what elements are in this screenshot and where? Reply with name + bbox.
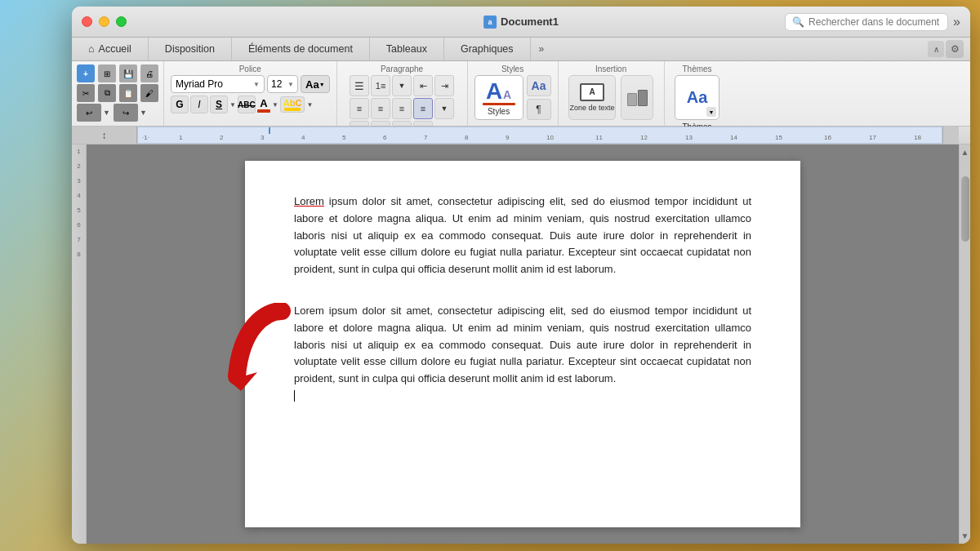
numbered-list-button[interactable]: 1≡ [371,75,390,96]
tab-elements-label: Éléments de document [248,43,353,55]
align-justify-dropdown[interactable]: ▼ [434,98,454,119]
paste-button[interactable]: 📋 [119,84,137,102]
search-bar[interactable]: 🔍 [785,13,948,31]
minimize-button[interactable] [99,16,109,27]
align-center-button[interactable]: ≡ [371,98,390,119]
styles-paragraph-button[interactable]: ¶ [527,99,551,120]
themes-dropdown-arrow: ▼ [706,107,716,117]
document-area[interactable]: Lorem ipsum dolor sit amet, consectetur … [87,144,959,544]
font-size-adjust-button[interactable]: Aa▼ [301,75,330,93]
underline-button[interactable]: S [210,96,228,113]
tabs-bar: ⌂ Accueil Disposition Éléments de docume… [72,38,970,61]
app-window: a Document1 🔍 » ⌂ Accueil Disposition Él… [72,7,970,544]
document-icon: a [483,16,497,29]
tab-accueil-label: Accueil [99,43,131,55]
styles-btn-label: Styles [488,107,510,116]
font-family-value: Myriad Pro [176,78,223,90]
home-icon: ⌂ [88,43,95,55]
tab-graphiques-label: Graphiques [461,43,514,55]
titlebar-center: a Document1 [483,16,559,29]
font-family-arrow: ▼ [253,81,260,88]
redo-button[interactable]: ↪ ▼ [114,104,147,122]
paragraph-1[interactable]: Lorem ipsum dolor sit amet, consectetur … [294,193,751,278]
tab-accueil[interactable]: ⌂ Accueil [72,38,149,60]
list-dropdown[interactable]: ▼ [392,75,412,96]
themes-button[interactable]: Aa ▼ [675,75,719,120]
styles-label: Styles [474,64,551,73]
cut-button[interactable]: ✂ [77,84,95,102]
themes-section-label: Thèmes [671,64,724,73]
insertion-label: Insertion [565,64,657,73]
align-right-button[interactable]: ≡ [392,98,412,119]
titlebar-right: 🔍 » [785,13,960,31]
scroll-thumb[interactable] [961,176,969,242]
highlight-dropdown[interactable]: ▼ [306,101,313,109]
traffic-lights [82,16,127,27]
ruler-cursor-icon: ↕ [102,130,107,141]
new-doc-button[interactable]: + [77,64,95,82]
ruler-vertical: 1 2 3 4 5 6 7 8 [72,144,87,544]
copy-button[interactable]: ⧉ [98,84,116,102]
themes-aa-icon: Aa [687,88,708,107]
text-zone-button[interactable]: A Zone de texte [568,75,616,120]
window-title: Document1 [501,16,559,28]
search-input[interactable] [808,16,941,28]
maximize-button[interactable] [116,16,127,27]
tab-elements[interactable]: Éléments de document [232,38,370,60]
highlight-button[interactable]: AbC [280,96,305,113]
ribbon-collapse-button[interactable]: ∧ [928,41,944,57]
tab-tableaux[interactable]: Tableaux [370,38,444,60]
underline-style-button[interactable]: ▼ [229,101,236,109]
styles-main-button[interactable]: A A Styles [474,75,523,120]
save-button[interactable]: 💾 [119,64,137,82]
indent-button[interactable]: ⇥ [434,75,454,96]
ribbon-quickaccess: + ⊞ 💾 🖨 ✂ ⧉ 📋 🖌 ↩ ▼ [72,61,164,126]
font-size-arrow: ▼ [287,81,294,88]
ribbon-styles: Styles A A Styles Aa ¶ [468,61,559,126]
tab-disposition-label: Disposition [165,43,215,55]
ruler-body[interactable]: ·1· 1 2 3 4 5 6 7 8 9 10 11 12 13 14 15 [137,127,942,144]
lorem-word-1: Lorem [294,195,324,207]
settings-button[interactable]: ⚙ [946,40,964,58]
tab-disposition[interactable]: Disposition [149,38,232,60]
font-color-button[interactable]: A [257,97,270,113]
zone-texte-label: Zone de texte [570,104,615,113]
image-icon [627,90,648,106]
tabs-more-button[interactable]: » [531,38,553,60]
police-label: Police [171,64,330,73]
outdent-button[interactable]: ⇤ [413,75,433,96]
tab-graphiques[interactable]: Graphiques [444,38,531,60]
align-left-button[interactable]: ≡ [350,98,369,119]
close-button[interactable] [82,16,92,27]
ruler-right-margin [942,127,959,144]
format-paint-button[interactable]: 🖌 [140,84,158,102]
font-size-value: 12 [271,78,282,90]
search-icon: 🔍 [792,16,804,28]
strikethrough-button[interactable]: ABC [238,96,256,113]
titlebar: a Document1 🔍 » [72,7,970,38]
font-family-select[interactable]: Myriad Pro ▼ [171,75,265,93]
styles-secondary-button[interactable]: Aa [527,75,551,96]
image-button[interactable] [621,75,653,120]
print-button[interactable]: 🖨 [140,64,158,82]
paragraph-2-text: Lorem ipsum dolor sit amet, consectetur … [294,304,751,384]
paragraphe-label: Paragraphe [344,64,461,73]
align-justify-button[interactable]: ≡ [413,98,433,119]
ruler-horizontal: ↕ ·1· 1 2 3 4 5 6 7 8 9 10 11 [72,127,970,144]
ribbon-insertion: Insertion A Zone de texte [559,61,665,126]
paragraph-2[interactable]: Lorem ipsum dolor sit amet, consectetur … [294,303,751,405]
toolbar-expand-button[interactable]: » [953,15,960,29]
ribbon: + ⊞ 💾 🖨 ✂ ⧉ 📋 🖌 ↩ ▼ [72,61,970,127]
italic-button[interactable]: I [190,96,208,113]
grid-view-button[interactable]: ⊞ [98,64,116,82]
scroll-down-button[interactable]: ▼ [958,528,970,544]
bullet-list-button[interactable]: ☰ [350,75,369,96]
font-size-select[interactable]: 12 ▼ [267,75,298,93]
font-color-dropdown[interactable]: ▼ [272,101,278,109]
ribbon-paragraphe: Paragraphe ☰ 1≡ ▼ ⇤ ⇥ ≡ ≡ ≡ ≡ ▼ [337,61,468,126]
undo-button[interactable]: ↩ ▼ [77,104,110,122]
bold-button[interactable]: G [171,96,189,113]
scroll-up-button[interactable]: ▲ [958,144,970,160]
scrollbar-vertical[interactable]: ▲ ▼ [959,144,970,544]
page[interactable]: Lorem ipsum dolor sit amet, consectetur … [245,161,800,527]
